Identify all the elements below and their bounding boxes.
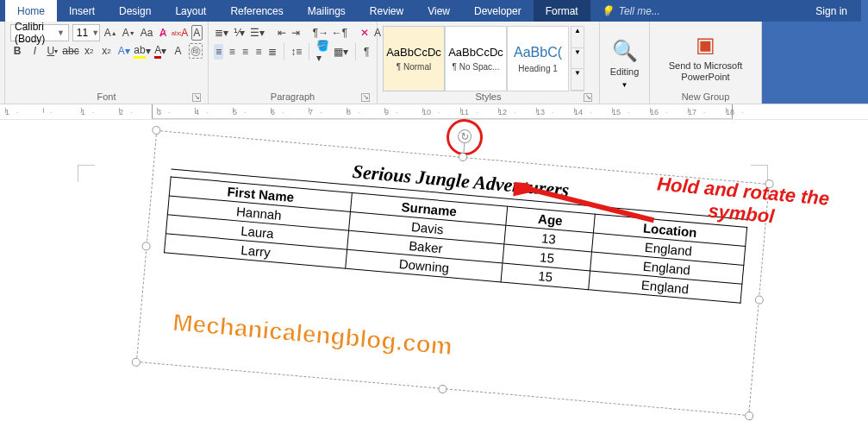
ltr-icon[interactable]: ¶→ [313, 25, 328, 41]
font-name-value: Calibri (Body) [15, 21, 53, 45]
style-name: ¶ No Spac... [453, 59, 500, 72]
borders-icon[interactable]: ▦▾ [334, 44, 349, 60]
paragraph-group-label: Paragraph ↘ [214, 91, 372, 104]
style-heading1[interactable]: AaBbC( Heading 1 [507, 26, 569, 91]
tab-format[interactable]: Format [534, 0, 590, 22]
ribbon: Calibri (Body) ▼ 11 ▼ A▲ A▼ Aa A̷ abcA A… [0, 22, 868, 104]
scroll-more-icon[interactable]: ▼ [571, 69, 584, 91]
style-name: Heading 1 [518, 60, 558, 73]
text-box-frame[interactable]: Serious Jungle Adventurers First Name Su… [136, 130, 770, 416]
resize-handle-bottom-left[interactable] [131, 357, 141, 367]
increase-indent-icon[interactable]: ⇥ [290, 25, 301, 41]
tab-view[interactable]: View [415, 0, 462, 22]
styles-group-label: Styles ↘ [383, 91, 594, 104]
font-group-label: Font ↘ [10, 91, 203, 104]
bullets-icon[interactable]: ≣▾ [214, 25, 229, 41]
scroll-up-icon[interactable]: ▲ [571, 27, 584, 48]
powerpoint-icon: ▣ [696, 33, 715, 57]
editing-group: 🔍 Editing ▼ [600, 22, 650, 104]
horizontal-ruler[interactable]: 1 1 2 3 4 5 6 7 8 9 10 11 12 13 14 15 16… [0, 104, 868, 120]
justify-icon[interactable]: ≡ [253, 44, 263, 60]
separator [309, 43, 309, 60]
style-preview: AaBbCcDc [448, 46, 503, 59]
margin-corner-top-left [78, 165, 95, 182]
font-name-combo[interactable]: Calibri (Body) ▼ [10, 24, 69, 41]
ribbon-overflow [762, 22, 868, 104]
char-shading-icon[interactable]: A [171, 43, 184, 59]
style-preview: AaBbC( [514, 45, 562, 60]
tab-references[interactable]: References [218, 0, 295, 22]
sign-in-link[interactable]: Sign in [802, 0, 861, 22]
underline-icon[interactable]: U▾ [46, 43, 59, 59]
bold-icon[interactable]: B [10, 43, 24, 59]
style-normal[interactable]: AaBbCcDc ¶ Normal [383, 26, 445, 91]
separator [284, 43, 284, 60]
font-group: Calibri (Body) ▼ 11 ▼ A▲ A▼ Aa A̷ abcA A… [5, 22, 209, 104]
tell-me-search[interactable]: 💡 Tell me... [590, 0, 671, 22]
strikethrough-icon[interactable]: abc [63, 43, 78, 59]
tab-design[interactable]: Design [107, 0, 163, 22]
grow-font-icon[interactable]: A▲ [103, 25, 118, 41]
scroll-down-icon[interactable]: ▼ [571, 48, 584, 70]
subscript-icon[interactable]: x2 [82, 43, 96, 59]
multilevel-icon[interactable]: ☰▾ [249, 25, 265, 41]
superscript-icon[interactable]: x2 [99, 43, 113, 59]
rtl-icon[interactable]: ←¶ [332, 25, 347, 41]
paragraph-group: ≣▾ ⅟▾ ☰▾ ⇤ ⇥ ¶→ ←¶ ✕ A↓ ≡ ≡ ≡ ≡ ≣ ↕≡ [209, 22, 378, 104]
text-box-object[interactable]: ↻ Serious Jungle Adventurers First Name … [136, 130, 770, 416]
tab-insert[interactable]: Insert [57, 0, 107, 22]
enclose-char-icon[interactable]: ㊞ [189, 43, 203, 59]
send-to-powerpoint-label: Send to Microsoft PowerPoint [662, 60, 749, 83]
new-group-label: New Group [655, 91, 756, 104]
numbering-icon[interactable]: ⅟▾ [233, 25, 246, 41]
align-right-icon[interactable]: ≡ [240, 44, 250, 60]
tab-home[interactable]: Home [5, 0, 57, 22]
line-spacing-icon[interactable]: ↕≡ [290, 44, 303, 60]
lightbulb-icon: 💡 [601, 5, 614, 17]
tab-mailings[interactable]: Mailings [296, 0, 358, 22]
tab-developer[interactable]: Developer [462, 0, 534, 22]
svg-line-0 [525, 188, 656, 220]
align-left-icon[interactable]: ≡ [214, 44, 223, 60]
style-no-spacing[interactable]: AaBbCcDc ¶ No Spac... [445, 26, 507, 91]
resize-handle-right[interactable] [754, 295, 764, 305]
asian-layout-icon[interactable]: ✕ [359, 25, 370, 41]
text-effects-icon[interactable]: A▾ [117, 43, 131, 59]
clear-format-icon[interactable]: A̷ [157, 25, 168, 41]
styles-gallery-scroll[interactable]: ▲ ▼ ▼ [571, 26, 584, 91]
font-color-icon[interactable]: A▾ [153, 43, 167, 59]
tab-review[interactable]: Review [358, 0, 415, 22]
distributed-icon[interactable]: ≣ [267, 44, 278, 60]
search-icon: 🔍 [612, 39, 638, 63]
dropdown-icon: ▼ [621, 81, 628, 89]
dropdown-icon: ▼ [91, 28, 99, 37]
highlight-color-icon[interactable]: ab▾ [134, 43, 150, 59]
align-center-icon[interactable]: ≡ [227, 44, 236, 60]
resize-handle-bottom[interactable] [438, 385, 447, 394]
paragraph-dialog-launcher-icon[interactable]: ↘ [361, 93, 370, 102]
shading-icon[interactable]: 🪣▾ [315, 44, 330, 60]
editing-button[interactable]: 🔍 Editing ▼ [603, 24, 646, 104]
change-case-icon[interactable]: Aa [140, 25, 154, 41]
window-edge [861, 0, 868, 22]
style-name: ¶ Normal [397, 59, 431, 72]
font-dialog-launcher-icon[interactable]: ↘ [192, 93, 201, 102]
shrink-font-icon[interactable]: A▼ [122, 25, 136, 41]
dropdown-icon: ▼ [57, 28, 65, 37]
document-canvas[interactable]: ↻ Serious Jungle Adventurers First Name … [0, 120, 868, 440]
margin-corner-top-right [751, 165, 768, 182]
char-border-icon[interactable]: A [191, 25, 203, 41]
editing-label: Editing [610, 66, 640, 78]
show-marks-icon[interactable]: ¶ [362, 44, 372, 60]
styles-group: AaBbCcDc ¶ Normal AaBbCcDc ¶ No Spac... … [378, 22, 600, 104]
send-to-powerpoint-button[interactable]: ▣ Send to Microsoft PowerPoint [655, 24, 756, 91]
italic-icon[interactable]: I [28, 43, 41, 59]
phonetic-guide-icon[interactable]: abcA [172, 25, 188, 41]
style-preview: AaBbCcDc [386, 46, 441, 59]
font-size-combo[interactable]: 11 ▼ [72, 24, 100, 41]
decrease-indent-icon[interactable]: ⇤ [277, 25, 287, 41]
resize-handle-bottom-right[interactable] [745, 412, 754, 421]
tab-layout[interactable]: Layout [163, 0, 218, 22]
styles-dialog-launcher-icon[interactable]: ↘ [584, 93, 592, 102]
ribbon-tabs: Home Insert Design Layout References Mai… [0, 0, 868, 22]
